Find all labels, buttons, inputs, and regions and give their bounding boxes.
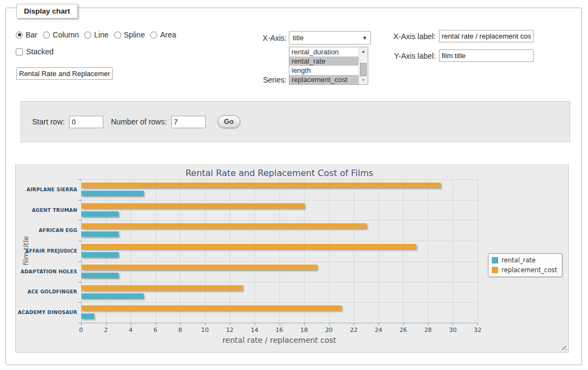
chart-type-label: Spline (124, 30, 145, 39)
bar-rental_rate[interactable] (82, 252, 119, 258)
row-controls-panel: Start row: Number of rows: Go (21, 101, 570, 142)
resize-grip-icon[interactable] (560, 344, 566, 350)
category-label: AGENT TRUMAN (16, 208, 77, 213)
bar-rental_rate[interactable] (82, 293, 144, 299)
series-option[interactable]: replacement_cost (289, 75, 358, 84)
stacked-label: Stacked (26, 47, 54, 56)
bar-replacement_cost[interactable] (82, 265, 317, 270)
gridline (379, 179, 379, 323)
gridline (106, 179, 107, 323)
radio-icon[interactable] (114, 32, 121, 39)
category-label: AIRPLANE SIERRA (16, 187, 77, 192)
x-axis-selected-value: title (293, 34, 304, 42)
x-tick-label: 20 (325, 327, 333, 334)
x-axis-label-input[interactable] (439, 30, 534, 42)
bar-replacement_cost[interactable] (82, 305, 342, 311)
radio-icon[interactable] (150, 32, 157, 39)
gridline (304, 179, 305, 323)
gridline (453, 179, 453, 323)
x-tick-label: 4 (129, 327, 133, 334)
x-tick-label: 26 (399, 327, 407, 334)
x-tick-label: 0 (79, 327, 83, 334)
x-tick-label: 28 (424, 327, 432, 334)
x-axis-title: rental rate / replacement cost (81, 336, 478, 344)
go-button[interactable]: Go (218, 115, 240, 128)
bar-rental_rate[interactable] (82, 191, 144, 196)
chart-title: Rental Rate and Replacement Cost of Film… (81, 168, 478, 178)
stacked-row: Stacked (16, 47, 54, 56)
y-axis-line (81, 179, 82, 323)
scrollbar-thumb[interactable] (360, 63, 367, 76)
category-label: ACADEMY DINOSAUR (16, 310, 77, 315)
chart-type-radio-group: BarColumnLineSplineArea (16, 30, 176, 39)
x-axis-select-label: X-Axis: (256, 34, 287, 42)
legend-item-replacement_cost[interactable]: replacement_cost (492, 266, 557, 274)
bar-rental_rate[interactable] (82, 231, 119, 237)
gridline (329, 179, 330, 323)
gridline (205, 179, 206, 323)
radio-icon[interactable] (43, 32, 50, 39)
radio-icon[interactable] (16, 32, 23, 39)
x-tick-label: 2 (104, 327, 108, 334)
value-tick (478, 323, 478, 325)
y-axis-label-label: Y-Axis label: (393, 52, 436, 60)
chart-type-label: Bar (26, 30, 38, 39)
x-axis-select[interactable]: title ▼ (289, 31, 371, 45)
x-tick-label: 10 (201, 327, 209, 334)
scroll-down-icon[interactable]: ▼ (359, 76, 368, 84)
x-tick-label: 30 (449, 327, 456, 334)
y-axis-title: film title (22, 235, 30, 267)
chart: Rental Rate and Replacement Cost of Film… (15, 165, 569, 353)
gridline (180, 179, 181, 323)
x-tick-label: 22 (350, 327, 357, 334)
x-tick-label: 16 (276, 327, 283, 334)
chart-type-label: Column (53, 30, 79, 39)
legend-item-rental_rate[interactable]: rental_rate (492, 256, 557, 264)
chart-type-option-spline[interactable]: Spline (114, 30, 145, 39)
x-tick-label: 14 (251, 327, 258, 334)
series-option[interactable]: rental_duration (289, 47, 358, 57)
bar-replacement_cost[interactable] (82, 285, 243, 291)
x-tick-label: 24 (375, 327, 382, 334)
start-row-input[interactable] (69, 116, 103, 128)
chart-type-label: Line (94, 30, 108, 39)
bar-rental_rate[interactable] (82, 273, 119, 278)
radio-icon[interactable] (84, 32, 91, 39)
num-rows-label: Number of rows: (111, 117, 167, 126)
chart-title-input[interactable] (16, 67, 113, 80)
series-listbox[interactable]: rental_durationrental_ratelengthreplacem… (289, 47, 368, 85)
series-option[interactable]: length (289, 66, 358, 75)
fieldset-legend: Display chart (16, 4, 78, 18)
gridline (354, 179, 354, 323)
chart-legend: rental_ratereplacement_cost (488, 253, 562, 277)
chart-type-option-area[interactable]: Area (150, 30, 176, 39)
chart-type-option-bar[interactable]: Bar (16, 30, 38, 39)
scroll-up-icon[interactable]: ▲ (359, 47, 368, 55)
y-axis-label-input[interactable] (439, 49, 534, 62)
series-option[interactable]: rental_rate (289, 57, 358, 66)
page: Display chart BarColumnLineSplineArea St… (0, 0, 588, 370)
bar-rental_rate[interactable] (82, 313, 94, 319)
gridline (230, 179, 230, 323)
series-select-label: Series: (256, 76, 287, 84)
chevron-down-icon: ▼ (362, 35, 367, 41)
bar-rental_rate[interactable] (82, 211, 119, 217)
gridline (156, 179, 156, 323)
chart-type-option-line[interactable]: Line (84, 30, 108, 39)
legend-label: rental_rate (502, 256, 536, 264)
category-label: ACE GOLDFINGER (16, 289, 77, 294)
x-tick-label: 8 (178, 327, 182, 334)
legend-swatch-icon (492, 257, 498, 264)
x-tick-label: 12 (226, 327, 233, 334)
listbox-scrollbar[interactable]: ▲ ▼ (358, 47, 368, 84)
bar-replacement_cost[interactable] (82, 244, 416, 249)
bar-replacement_cost[interactable] (82, 223, 367, 229)
stacked-checkbox[interactable] (16, 48, 23, 55)
category-label: ADAPTATION HOLES (16, 269, 77, 274)
gridline (131, 179, 131, 323)
num-rows-input[interactable] (171, 116, 206, 128)
bar-replacement_cost[interactable] (82, 203, 305, 209)
x-axis-label-label: X-Axis label: (393, 32, 436, 41)
chart-type-option-column[interactable]: Column (43, 30, 79, 39)
bar-replacement_cost[interactable] (82, 183, 441, 188)
